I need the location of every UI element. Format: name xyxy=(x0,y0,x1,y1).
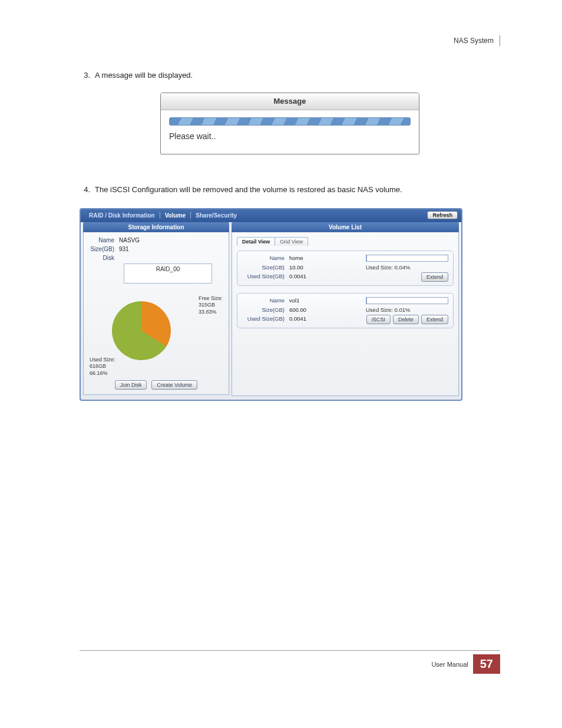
step-4-text: The iSCSI Configuration will be removed … xyxy=(95,184,500,196)
step-3-text: A message will be displayed. xyxy=(95,70,500,82)
size-label: Size(GB) xyxy=(88,246,119,252)
vol2-used-label: Used Size(GB) xyxy=(242,315,289,322)
step-4: 4. The iSCSI Configuration will be remov… xyxy=(80,184,500,196)
header-product: NAS System xyxy=(454,37,494,45)
vol1-size-label: Size(GB) xyxy=(242,264,289,271)
vol2-size-label: Size(GB) xyxy=(242,307,289,313)
storage-info-header: Storage Information xyxy=(83,222,229,232)
header-divider xyxy=(500,35,500,46)
vol2-usage-bar xyxy=(366,297,448,304)
page-number-badge: 57 xyxy=(473,654,500,674)
panel-tabbar: RAID / Disk Information Volume Share/Sec… xyxy=(81,209,461,222)
vol2-name-value: vol1 xyxy=(289,297,366,304)
vol1-used-value: 0.0041 xyxy=(289,273,366,279)
tab-detail-view[interactable]: Detail View xyxy=(237,237,275,246)
volume-card-vol1: Name vol1 Size(GB) 600.00 Used Size: 0.0… xyxy=(237,293,454,328)
message-dialog-text: Please wait.. xyxy=(169,131,411,141)
tab-share[interactable]: Share/Security xyxy=(191,212,242,219)
refresh-button[interactable]: Refresh xyxy=(427,211,458,219)
name-label: Name xyxy=(88,237,119,243)
step-3-number: 3. xyxy=(80,70,90,82)
vol1-name-label: Name xyxy=(242,255,289,261)
pie-used-label: Used Size: 616GB 66.16% xyxy=(90,357,115,377)
progress-bar xyxy=(169,117,411,126)
volume-card-home: Name home Size(GB) 10.00 Used Size: 0.04… xyxy=(237,251,454,286)
tab-grid-view[interactable]: Grid View xyxy=(275,237,308,246)
disk-label: Disk xyxy=(88,255,119,261)
tab-raid[interactable]: RAID / Disk Information xyxy=(84,212,160,219)
vol2-used-value: 0.0041 xyxy=(289,315,366,322)
name-value: NASVG xyxy=(119,237,140,243)
vol2-delete-button[interactable]: Delete xyxy=(393,315,419,324)
size-value: 931 xyxy=(119,246,129,252)
vol1-name-value: home xyxy=(289,255,366,261)
vol1-extend-button[interactable]: Extend xyxy=(421,272,448,282)
message-dialog: Message Please wait.. xyxy=(160,93,419,154)
volume-list-header: Volume List xyxy=(232,222,459,232)
message-dialog-title: Message xyxy=(161,93,419,110)
storage-info-body: Name NASVG Size(GB) 931 Disk RAID_00 xyxy=(83,232,229,395)
vol2-name-label: Name xyxy=(242,297,289,304)
vol2-used-pct: Used Size: 0.01% xyxy=(366,307,448,313)
vol2-extend-button[interactable]: Extend xyxy=(421,315,448,324)
vol1-used-pct: Used Size: 0.04% xyxy=(366,264,448,271)
volume-list-body: Detail View Grid View Name home Size(GB)… xyxy=(232,232,459,396)
step-4-number: 4. xyxy=(80,184,90,196)
create-volume-button[interactable]: Create Volume xyxy=(151,380,197,390)
step-3: 3. A message will be displayed. xyxy=(80,70,500,82)
join-disk-button[interactable]: Join Disk xyxy=(115,380,147,390)
vol2-iscsi-button[interactable]: iSCSI xyxy=(366,315,391,324)
vol1-size-value: 10.00 xyxy=(289,264,366,271)
vol2-size-value: 600.00 xyxy=(289,307,366,313)
vol1-used-label: Used Size(GB) xyxy=(242,273,289,279)
tab-volume[interactable]: Volume xyxy=(160,212,191,219)
nas-panel: RAID / Disk Information Volume Share/Sec… xyxy=(80,208,462,401)
footer-label: User Manual xyxy=(431,661,468,668)
page-footer: User Manual 57 xyxy=(80,650,500,674)
disk-list-box[interactable]: RAID_00 xyxy=(124,263,212,284)
storage-pie-chart xyxy=(112,301,171,360)
vol1-usage-bar xyxy=(366,255,448,262)
pie-free-label: Free Size: 315GB 33.83% xyxy=(199,295,223,316)
